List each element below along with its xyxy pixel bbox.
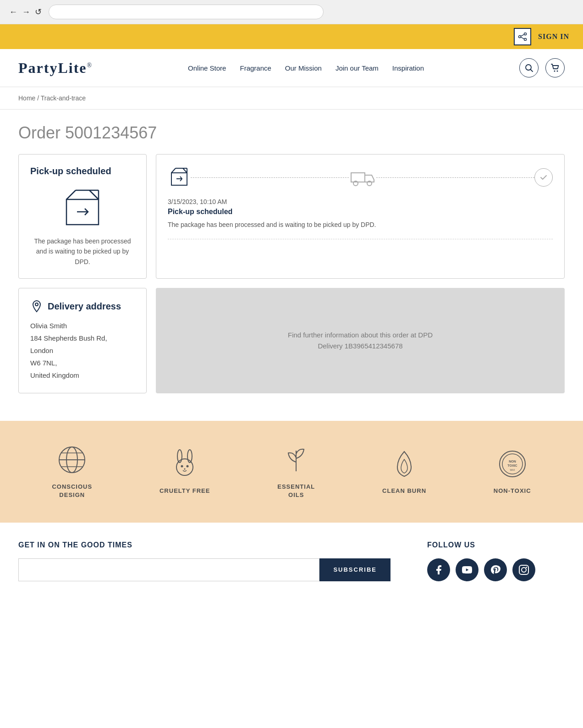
box-icon [60, 186, 105, 227]
breadcrumb-current: Track-and-trace [41, 94, 86, 102]
address-title: Delivery address [48, 301, 121, 312]
svg-line-6 [531, 70, 533, 72]
footer: GET IN ON THE GOOD TIMES SUBSCRIBE FOLLO… [0, 523, 583, 600]
dpd-text-line2: Delivery 1B3965412345678 [318, 341, 402, 352]
top-cards-row: Pick-up scheduled The package has been p… [18, 154, 565, 279]
step-truck-icon [349, 166, 376, 189]
cart-button[interactable] [545, 58, 565, 77]
box-icon-container [30, 186, 135, 227]
svg-rect-21 [351, 173, 365, 182]
dpd-card[interactable]: Find further information about this orde… [156, 288, 565, 393]
share-button[interactable] [514, 28, 531, 45]
social-section: FOLLOW US [427, 541, 565, 581]
svg-line-13 [89, 190, 99, 199]
dpd-text-line1: Find further information about this orde… [288, 330, 433, 341]
svg-point-0 [524, 33, 527, 35]
youtube-icon[interactable] [456, 558, 478, 581]
email-input[interactable] [18, 558, 319, 581]
instagram-icon[interactable] [512, 558, 535, 581]
tracking-desc: The package has been processed and is wa… [168, 220, 553, 230]
tracking-divider [168, 239, 553, 239]
location-icon [30, 300, 43, 313]
tracking-card: 3/15/2023, 10:10 AM Pick-up scheduled Th… [156, 154, 565, 279]
svg-point-2 [519, 36, 521, 38]
browser-nav: ← → ↺ [9, 7, 42, 17]
top-bar: SIGN IN [0, 24, 583, 49]
browser-chrome: ← → ↺ [0, 0, 583, 24]
subscribe-button[interactable]: SUBSCRIBE [319, 558, 390, 581]
sign-in-button[interactable]: SIGN IN [538, 33, 569, 41]
tracking-steps [168, 166, 553, 189]
tracking-datetime: 3/15/2023, 10:10 AM [168, 198, 553, 205]
feature-non-toxic: NON TOXIC WAX NON-TOXIC [494, 448, 531, 495]
nav-fragrance[interactable]: Fragrance [240, 64, 271, 72]
newsletter-title: GET IN ON THE GOOD TIMES [18, 541, 390, 549]
social-icons [427, 558, 565, 581]
feature-essential-oils: ESSENTIALOILS [277, 444, 315, 499]
tracking-status: Pick-up scheduled [168, 208, 553, 216]
breadcrumb: Home / Track-and-trace [18, 94, 86, 102]
search-button[interactable] [519, 58, 539, 77]
svg-point-24 [35, 303, 38, 306]
svg-line-10 [66, 190, 76, 199]
pickup-card-desc: The package has been processed and is wa… [30, 236, 135, 267]
nav-inspiration[interactable]: Inspiration [392, 64, 424, 72]
pickup-card: Pick-up scheduled The package has been p… [18, 154, 147, 279]
back-button[interactable]: ← [9, 7, 17, 17]
nav-join-our-team[interactable]: Join our Team [336, 64, 379, 72]
feature-conscious-design: CONSCIOUSDESIGN [52, 444, 92, 499]
address-card: Delivery address Olivia Smith 184 Shephe… [18, 288, 147, 393]
svg-line-4 [521, 37, 524, 39]
nav-icons [519, 58, 565, 77]
address-text: Olivia Smith 184 Shepherds Bush Rd, Lond… [30, 320, 135, 381]
svg-line-16 [171, 168, 176, 173]
main-nav: Online Store Fragrance Our Mission Join … [111, 64, 501, 72]
svg-point-1 [524, 39, 527, 41]
step-line-2 [376, 177, 534, 178]
svg-point-7 [554, 71, 556, 72]
header: PartyLite® Online Store Fragrance Our Mi… [0, 49, 583, 87]
svg-point-30 [176, 459, 193, 475]
clean-burn-icon [388, 448, 420, 480]
cruelty-free-icon [169, 448, 201, 480]
nav-online-store[interactable]: Online Store [188, 64, 226, 72]
svg-line-19 [183, 168, 187, 173]
svg-point-35 [184, 469, 186, 470]
step-check-icon [534, 168, 553, 187]
order-title: Order 5001234567 [18, 123, 565, 143]
main-content: Order 5001234567 Pick-up scheduled [0, 110, 583, 407]
essential-oils-label: ESSENTIALOILS [277, 483, 315, 499]
svg-point-8 [557, 71, 558, 72]
step-line-1 [191, 177, 349, 178]
pinterest-icon[interactable] [484, 558, 507, 581]
features-strip: CONSCIOUSDESIGN CRUELTY FREE ESSE [0, 421, 583, 522]
bottom-cards-row: Delivery address Olivia Smith 184 Shephe… [18, 288, 565, 393]
svg-text:WAX: WAX [510, 469, 515, 471]
cruelty-free-label: CRUELTY FREE [160, 487, 210, 495]
refresh-button[interactable]: ↺ [35, 7, 42, 17]
svg-text:TOXIC: TOXIC [507, 464, 517, 467]
newsletter-section: GET IN ON THE GOOD TIMES SUBSCRIBE [18, 541, 390, 581]
non-toxic-label: NON-TOXIC [494, 487, 531, 495]
facebook-icon[interactable] [427, 558, 450, 581]
nav-our-mission[interactable]: Our Mission [285, 64, 322, 72]
svg-line-3 [521, 34, 524, 36]
newsletter-form: SUBSCRIBE [18, 558, 390, 581]
step-box-icon [168, 166, 191, 189]
logo: PartyLite® [18, 60, 93, 77]
breadcrumb-bar: Home / Track-and-trace [0, 87, 583, 110]
svg-text:NON: NON [509, 460, 516, 463]
svg-point-44 [526, 567, 527, 568]
breadcrumb-home[interactable]: Home [18, 94, 35, 102]
svg-point-43 [522, 568, 526, 572]
non-toxic-icon: NON TOXIC WAX [496, 448, 528, 480]
conscious-design-label: CONSCIOUSDESIGN [52, 483, 92, 499]
conscious-design-icon [56, 444, 88, 476]
svg-point-33 [181, 465, 183, 468]
svg-rect-42 [519, 565, 528, 574]
forward-button[interactable]: → [22, 7, 30, 17]
essential-oils-icon [280, 444, 312, 476]
social-title: FOLLOW US [427, 541, 565, 549]
feature-cruelty-free: CRUELTY FREE [160, 448, 210, 495]
url-bar[interactable] [49, 5, 324, 19]
